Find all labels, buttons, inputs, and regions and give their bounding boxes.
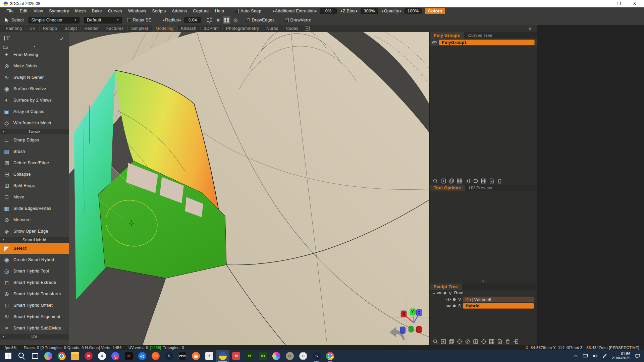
tab-poly-groups[interactable]: Poly Groups: [430, 32, 464, 39]
layer-dot-icon[interactable]: [452, 297, 457, 302]
draw-vertx-checkbox[interactable]: DrawVertx: [283, 18, 313, 22]
tool-split-rings[interactable]: ⊞ Split Rings: [0, 180, 69, 191]
tool-wireframe-to-mesh[interactable]: ◇ Wireframe to Mesh: [0, 117, 69, 129]
spinner-right-icon[interactable]: ▶: [400, 10, 402, 12]
marmoset-app-icon[interactable]: M: [229, 350, 243, 362]
medal-app-icon[interactable]: M: [122, 350, 136, 362]
axis-toggle-x[interactable]: [416, 326, 421, 333]
viewport-close-icon[interactable]: ✕: [528, 26, 532, 31]
notification-center-icon[interactable]: [635, 353, 641, 359]
spinner-left-icon[interactable]: ◀: [381, 10, 383, 12]
steam-running-icon[interactable]: S: [310, 350, 323, 362]
menu-help[interactable]: Help: [212, 9, 227, 13]
tab-nurbs[interactable]: Nurbs: [263, 25, 282, 32]
ea-app-icon[interactable]: EA: [149, 350, 162, 362]
auto-snap-checkbox[interactable]: Auto Snap: [233, 9, 263, 13]
start-button[interactable]: [1, 350, 15, 362]
substance-designer-icon[interactable]: Ds: [256, 350, 270, 362]
pen-icon[interactable]: [602, 353, 607, 359]
spinner-right-icon[interactable]: ▶: [356, 10, 358, 12]
eye-icon[interactable]: [437, 291, 442, 296]
grid-icon[interactable]: [488, 339, 495, 345]
menu-capture[interactable]: Capture: [190, 9, 212, 13]
panel-splitter[interactable]: ▼: [430, 279, 537, 284]
tool-make-joints[interactable]: ⊗ Make Joints: [0, 60, 69, 72]
pivot-icon[interactable]: [480, 339, 487, 345]
search-button[interactable]: [15, 350, 28, 362]
tool-create-smart-hybrid[interactable]: ◉ Create Smart Hybrid: [0, 254, 69, 265]
tool-smart-hybrid-offset[interactable]: ⊔ Smart Hybrid Offset: [0, 300, 69, 311]
spinner-value[interactable]: 100%: [405, 8, 422, 14]
layer-dot-icon[interactable]: [452, 304, 457, 308]
eye-off-icon[interactable]: [432, 40, 437, 45]
add-workspace-button[interactable]: +: [305, 26, 310, 31]
eye-icon[interactable]: [446, 297, 451, 302]
radius-spinner[interactable]: ◀ Radius ▶ 3.04: [162, 17, 201, 23]
target-icon[interactable]: [472, 178, 479, 184]
colors-button[interactable]: Colors: [425, 8, 445, 14]
discord-icon[interactable]: ☺9+: [109, 350, 122, 362]
layer-dot-icon[interactable]: [443, 291, 447, 295]
gimp-icon[interactable]: G: [283, 350, 297, 362]
add-icon[interactable]: [440, 339, 446, 345]
menu-file[interactable]: File: [3, 9, 17, 13]
add-icon[interactable]: [440, 178, 446, 184]
maximize-button[interactable]: ❐: [616, 1, 622, 6]
section-tweak[interactable]: ▼ Tweak: [0, 129, 69, 134]
tool-surface-by-2-views[interactable]: ◐ Surface by 2 Views: [0, 95, 69, 106]
zbrush-icon[interactable]: Z: [203, 350, 216, 362]
tab-photogrammetry[interactable]: Photogrammetry: [222, 25, 263, 32]
menu-addons[interactable]: Addons: [169, 9, 190, 13]
tab-simplest[interactable]: Simplest: [127, 25, 152, 32]
tab-factures[interactable]: Factures: [103, 25, 127, 32]
export-file-icon[interactable]: [496, 339, 503, 345]
tab-uv[interactable]: UV: [25, 25, 39, 32]
tab-3dprint[interactable]: 3DPrint: [200, 25, 222, 32]
tool-select[interactable]: ◤ Select: [0, 243, 69, 254]
ubisoft-connect-icon[interactable]: ◎: [136, 350, 149, 362]
menu-bake[interactable]: Bake: [89, 9, 105, 13]
tool-scroll-up[interactable]: ▲: [0, 44, 69, 49]
hide-icon[interactable]: [464, 339, 471, 345]
paint-app-icon[interactable]: [270, 350, 283, 362]
steam-icon[interactable]: S: [162, 350, 176, 362]
duplicate-icon[interactable]: [448, 178, 454, 184]
tab-tool-options[interactable]: Tool Options: [430, 185, 465, 191]
menu-curves[interactable]: Curves: [105, 9, 125, 13]
menu-windows[interactable]: Windows: [125, 9, 149, 13]
axis-toggle-z[interactable]: [400, 327, 405, 334]
tab-uv-preview[interactable]: UV Preview: [465, 185, 496, 191]
tool-measure[interactable]: ⊘ Measure: [0, 214, 69, 226]
tab-retopo[interactable]: Retopo: [39, 25, 61, 32]
tab-nodes[interactable]: Nodes: [282, 25, 302, 32]
preset-dropdown[interactable]: Default ▼: [84, 17, 122, 23]
sphere-wire-icon[interactable]: ◍: [232, 16, 239, 24]
spinner-right-icon[interactable]: ▶: [315, 10, 317, 12]
additional-extrusion-spinner[interactable]: ◀ Additional Extrusion ▶ 0%: [272, 8, 337, 14]
grid-display-icon[interactable]: #: [214, 16, 222, 24]
zbias-spinner[interactable]: ◀ Z.Bias ▶ 300%: [340, 8, 378, 14]
network-icon[interactable]: [583, 353, 588, 359]
tool-sharp-edges[interactable]: ∟ Sharp Edges: [0, 134, 69, 146]
menu-scripts[interactable]: Scripts: [149, 9, 169, 13]
tab-kitbash[interactable]: KitBash: [177, 25, 200, 32]
grid-icon[interactable]: [456, 178, 463, 184]
task-view-button[interactable]: [28, 350, 42, 362]
tab-sculpt-tree[interactable]: Sculpt Tree: [430, 284, 462, 290]
spinner-left-icon[interactable]: ◀: [162, 19, 164, 21]
tool-smart-hybrid-tool[interactable]: ◎ Smart Hybrid Tool: [0, 265, 69, 277]
axis-toggle-y[interactable]: [409, 326, 413, 332]
polygroup1-row[interactable]: PolyGroup1: [430, 39, 537, 46]
spinner-left-icon[interactable]: ◀: [272, 10, 274, 12]
tab-painting[interactable]: Painting: [2, 25, 25, 32]
minimize-button[interactable]: –: [601, 1, 606, 6]
section-smarthybrid[interactable]: ▼ SmartHybrid: [0, 237, 69, 243]
spinner-left-icon[interactable]: ◀: [340, 10, 342, 12]
delete-icon[interactable]: [496, 178, 503, 184]
quad-view-icon[interactable]: [223, 16, 230, 24]
tree-node-volume6[interactable]: V [1x] Volume6: [430, 296, 537, 303]
viewport-canvas[interactable]: X Y Z: [69, 32, 429, 345]
r-pen-app-icon[interactable]: R: [95, 350, 109, 362]
tree-collapse-icon[interactable]: −: [432, 291, 436, 296]
copilot-icon[interactable]: [42, 350, 55, 362]
